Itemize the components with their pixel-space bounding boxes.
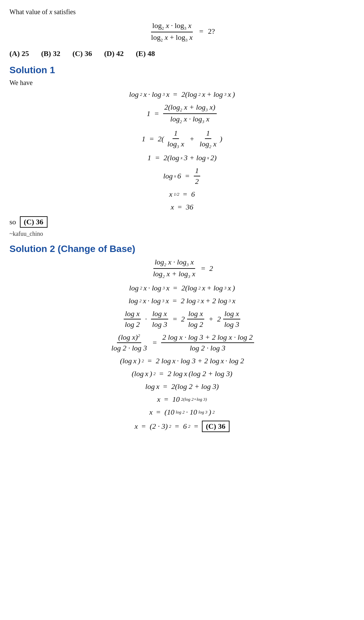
problem-statement: What value of x satisfies log2 x · log3 … <box>9 8 355 43</box>
solution1-step7: x = 36 <box>171 203 193 212</box>
answer-choices: (A) 25 (B) 32 (C) 36 (D) 42 (E) 48 <box>9 49 355 58</box>
solution2-step5: (log x)2 = 2 log x · log 3 + 2 log x · l… <box>120 357 244 365</box>
choice-a: (A) 25 <box>9 49 29 58</box>
solution1-attribution: ~kafuu_chino <box>9 230 355 237</box>
solution2-step8: x = 102(log 2+log 3) <box>157 395 207 404</box>
solution1-step3: 1 = 2( 1 log3 x + 1 log2 x ) <box>142 129 222 149</box>
solution1-title: Solution 1 <box>9 65 355 76</box>
solution2-steps: log2 x · log3 x log2 x + log3 x = 2 log2… <box>9 258 355 432</box>
solution1-step5: logx 6 = 1 2 <box>163 166 201 186</box>
choice-e: (E) 48 <box>136 49 155 58</box>
solution2-step6: (log x)2 = 2 log x(log 2 + log 3) <box>132 369 233 378</box>
solution2-step0: log2 x · log3 x log2 x + log3 x = 2 <box>151 258 213 280</box>
solution2-step1: log2 x · log3 x = 2(log2 x + log3 x) <box>129 284 235 292</box>
solution2-step9: x = (10log 2 · 10log 3)2 <box>149 408 215 417</box>
problem-equation: log2 x · log3 x log2 x + log3 x = 2? <box>9 21 355 43</box>
solution1-answer-box: (C) 36 <box>20 216 48 228</box>
solution2-answer-box: (C) 36 <box>202 421 230 432</box>
solution1-step6: x1/2 = 6 <box>169 190 195 199</box>
choice-d: (D) 42 <box>104 49 124 58</box>
choice-c: (C) 36 <box>72 49 92 58</box>
solution2-step4: (log x)2 log 2 · log 3 = 2 log x · log 3… <box>109 333 254 353</box>
problem-intro: What value of x satisfies <box>9 8 355 16</box>
solution1-intro: We have <box>9 79 355 87</box>
solution1-step1: log2 x · log3 x = 2(log2 x + log3 x) <box>129 90 235 99</box>
choice-b: (B) 32 <box>41 49 60 58</box>
solution2-title: Solution 2 (Change of Base) <box>9 244 355 254</box>
solution2-step3: log x log 2 · log x log 3 = 2 log x log … <box>123 309 241 329</box>
solution2-step10: x = (2 · 3)2 = 62 = (C) 36 <box>134 421 230 432</box>
solution2-step7: log x = 2(log 2 + log 3) <box>145 382 219 391</box>
solution1-steps: log2 x · log3 x = 2(log2 x + log3 x) 1 =… <box>9 90 355 212</box>
solution1-answer-line: so (C) 36 <box>9 216 355 228</box>
solution1-step2: 1 = 2(log2 x + log3 x) log2 x · log3 x <box>147 103 217 125</box>
solution2-step2: log2 x · log3 x = 2 log2 x + 2 log3 x <box>128 297 235 305</box>
solution1-step4: 1 = 2(logx 3 + logx 2) <box>147 153 216 162</box>
